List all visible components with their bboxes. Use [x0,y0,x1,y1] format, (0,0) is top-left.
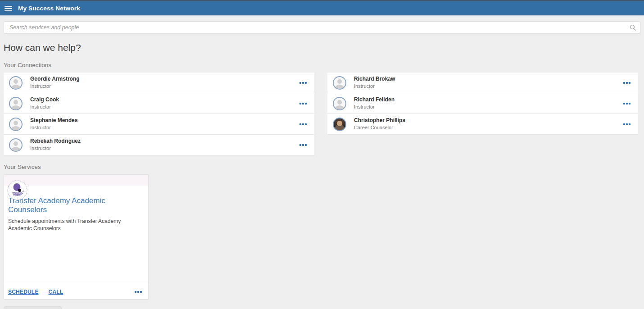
hamburger-menu-icon[interactable] [5,6,12,11]
person-silhouette-icon [334,99,345,109]
connection-card[interactable]: Craig Cook Instructor [4,93,314,114]
connection-name: Christopher Phillips [354,117,405,124]
more-options-icon[interactable] [299,122,308,127]
service-card-footer: SCHEDULE CALL [4,284,148,299]
connection-card[interactable]: Richard Brokaw Instructor [327,73,638,93]
connection-card[interactable]: Rebekah Rodriguez Instructor [4,135,314,155]
more-options-icon[interactable] [622,122,631,127]
search-icon[interactable] [630,24,636,31]
main-content: How can we help? Your Connections Geordi… [0,42,644,300]
avatar [9,138,23,152]
connections-column-right: Richard Brokaw Instructor Richard Feilde… [327,73,638,134]
connections-column-left: Geordie Armstrong Instructor Craig Cook … [4,73,314,155]
person-silhouette-icon [10,140,22,151]
service-title-link[interactable]: Transfer Academy Academic Counselors [8,196,144,214]
connections-grid: Geordie Armstrong Instructor Craig Cook … [4,73,640,155]
search-input[interactable] [4,21,640,34]
connection-card[interactable]: Richard Feilden Instructor [327,93,638,114]
connection-role: Instructor [30,83,80,90]
partial-next-card [4,306,62,309]
search-bar [4,21,640,34]
connection-name: Geordie Armstrong [30,76,80,82]
page-heading: How can we help? [4,42,640,53]
connection-role: Career Counselor [354,125,405,131]
connection-role: Instructor [354,83,395,90]
connection-name: Rebekah Rodriguez [30,138,81,145]
avatar-photo [333,118,346,131]
call-link[interactable]: CALL [49,289,63,295]
service-card: TRANSFER ACADEMY COUNSELOR Transfer Acad… [4,174,149,300]
schedule-link[interactable]: SCHEDULE [8,289,39,295]
connection-card[interactable]: Stephanie Mendes Instructor [4,114,314,134]
more-options-icon[interactable] [622,80,631,86]
connection-role: Instructor [30,104,59,110]
connection-role: Instructor [30,145,81,152]
connection-name: Richard Brokaw [354,76,395,82]
more-options-icon[interactable] [622,101,631,106]
more-options-icon[interactable] [299,142,308,148]
more-options-icon[interactable] [299,101,308,106]
connection-name: Stephanie Mendes [30,117,77,124]
connection-role: Instructor [30,125,77,131]
app-header: My Success Network [0,0,644,16]
service-description: Schedule appointments with Transfer Acad… [8,218,144,232]
connection-card[interactable]: Geordie Armstrong Instructor [4,73,314,93]
person-silhouette-icon [10,99,22,109]
connection-name: Richard Feilden [354,96,395,103]
more-options-icon[interactable] [299,80,308,86]
avatar [9,118,23,131]
page-title: My Success Network [18,5,80,12]
connection-role: Instructor [354,104,395,110]
avatar [333,76,346,90]
person-silhouette-icon [10,78,22,89]
avatar [9,97,23,110]
connection-card[interactable]: Christopher Phillips Career Counselor [327,114,638,134]
person-silhouette-icon [10,119,22,130]
services-section-label: Your Services [4,164,640,170]
service-logo-icon: TRANSFER ACADEMY COUNSELOR [7,180,27,200]
person-silhouette-icon [334,78,345,89]
avatar [9,76,23,90]
connection-name: Craig Cook [30,96,59,103]
avatar [333,97,346,110]
more-options-icon[interactable] [134,289,143,295]
connections-section-label: Your Connections [4,62,640,68]
